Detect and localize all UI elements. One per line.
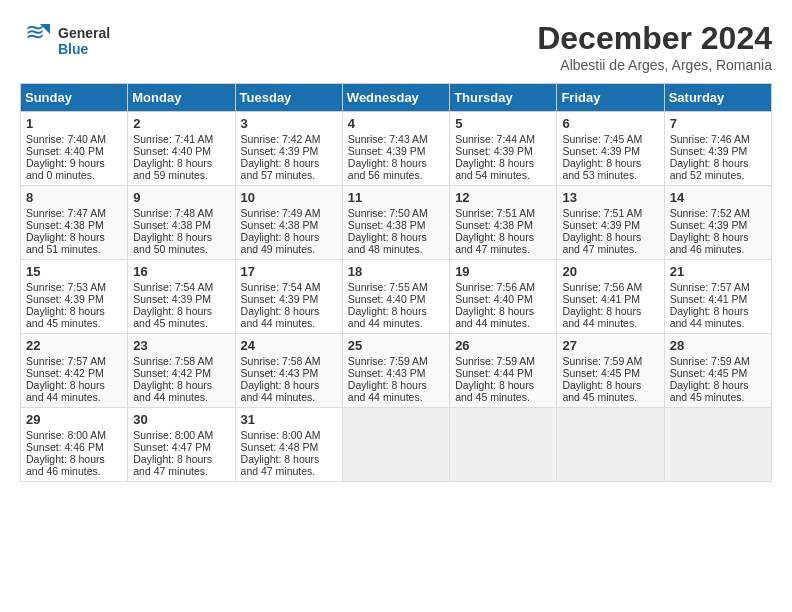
daylight-text: Daylight: 9 hours and 0 minutes.	[26, 157, 122, 181]
calendar-cell: 24Sunrise: 7:58 AMSunset: 4:43 PMDayligh…	[235, 334, 342, 408]
sunset-text: Sunset: 4:39 PM	[562, 219, 658, 231]
calendar-cell: 20Sunrise: 7:56 AMSunset: 4:41 PMDayligh…	[557, 260, 664, 334]
day-of-week-header: Saturday	[664, 84, 771, 112]
calendar-cell: 5Sunrise: 7:44 AMSunset: 4:39 PMDaylight…	[450, 112, 557, 186]
sunrise-text: Sunrise: 8:00 AM	[133, 429, 229, 441]
day-of-week-header: Friday	[557, 84, 664, 112]
daylight-text: Daylight: 8 hours and 44 minutes.	[455, 305, 551, 329]
day-number: 22	[26, 338, 122, 353]
daylight-text: Daylight: 8 hours and 50 minutes.	[133, 231, 229, 255]
daylight-text: Daylight: 8 hours and 44 minutes.	[241, 379, 337, 403]
calendar-cell: 21Sunrise: 7:57 AMSunset: 4:41 PMDayligh…	[664, 260, 771, 334]
daylight-text: Daylight: 8 hours and 47 minutes.	[455, 231, 551, 255]
day-number: 3	[241, 116, 337, 131]
daylight-text: Daylight: 8 hours and 57 minutes.	[241, 157, 337, 181]
daylight-text: Daylight: 8 hours and 44 minutes.	[133, 379, 229, 403]
day-number: 11	[348, 190, 444, 205]
day-number: 10	[241, 190, 337, 205]
page-header: General Blue ≋ December 2024 Albestii de…	[20, 20, 772, 73]
calendar-cell: 17Sunrise: 7:54 AMSunset: 4:39 PMDayligh…	[235, 260, 342, 334]
sunrise-text: Sunrise: 7:58 AM	[241, 355, 337, 367]
logo: General Blue ≋	[20, 20, 140, 60]
day-of-week-header: Thursday	[450, 84, 557, 112]
calendar-cell: 13Sunrise: 7:51 AMSunset: 4:39 PMDayligh…	[557, 186, 664, 260]
calendar-cell: 23Sunrise: 7:58 AMSunset: 4:42 PMDayligh…	[128, 334, 235, 408]
sunset-text: Sunset: 4:45 PM	[562, 367, 658, 379]
day-number: 16	[133, 264, 229, 279]
daylight-text: Daylight: 8 hours and 44 minutes.	[26, 379, 122, 403]
calendar-cell: 22Sunrise: 7:57 AMSunset: 4:42 PMDayligh…	[21, 334, 128, 408]
month-title: December 2024	[537, 20, 772, 57]
calendar-cell: 19Sunrise: 7:56 AMSunset: 4:40 PMDayligh…	[450, 260, 557, 334]
daylight-text: Daylight: 8 hours and 47 minutes.	[133, 453, 229, 477]
calendar-cell: 11Sunrise: 7:50 AMSunset: 4:38 PMDayligh…	[342, 186, 449, 260]
day-number: 1	[26, 116, 122, 131]
day-number: 8	[26, 190, 122, 205]
calendar-cell: 16Sunrise: 7:54 AMSunset: 4:39 PMDayligh…	[128, 260, 235, 334]
calendar-cell	[450, 408, 557, 482]
calendar-cell: 3Sunrise: 7:42 AMSunset: 4:39 PMDaylight…	[235, 112, 342, 186]
sunset-text: Sunset: 4:43 PM	[241, 367, 337, 379]
sunset-text: Sunset: 4:39 PM	[26, 293, 122, 305]
sunset-text: Sunset: 4:48 PM	[241, 441, 337, 453]
sunrise-text: Sunrise: 7:56 AM	[562, 281, 658, 293]
day-of-week-header: Monday	[128, 84, 235, 112]
calendar-week-row: 15Sunrise: 7:53 AMSunset: 4:39 PMDayligh…	[21, 260, 772, 334]
day-number: 24	[241, 338, 337, 353]
sunset-text: Sunset: 4:45 PM	[670, 367, 766, 379]
day-number: 5	[455, 116, 551, 131]
sunrise-text: Sunrise: 7:45 AM	[562, 133, 658, 145]
sunrise-text: Sunrise: 7:51 AM	[455, 207, 551, 219]
daylight-text: Daylight: 8 hours and 46 minutes.	[670, 231, 766, 255]
svg-text:Blue: Blue	[58, 41, 89, 57]
sunrise-text: Sunrise: 7:58 AM	[133, 355, 229, 367]
sunset-text: Sunset: 4:39 PM	[348, 145, 444, 157]
day-number: 25	[348, 338, 444, 353]
sunset-text: Sunset: 4:47 PM	[133, 441, 229, 453]
calendar-table: SundayMondayTuesdayWednesdayThursdayFrid…	[20, 83, 772, 482]
sunset-text: Sunset: 4:40 PM	[348, 293, 444, 305]
daylight-text: Daylight: 8 hours and 45 minutes.	[562, 379, 658, 403]
day-of-week-header: Tuesday	[235, 84, 342, 112]
daylight-text: Daylight: 8 hours and 47 minutes.	[562, 231, 658, 255]
sunrise-text: Sunrise: 8:00 AM	[241, 429, 337, 441]
day-number: 9	[133, 190, 229, 205]
sunset-text: Sunset: 4:46 PM	[26, 441, 122, 453]
sunset-text: Sunset: 4:38 PM	[455, 219, 551, 231]
calendar-cell: 7Sunrise: 7:46 AMSunset: 4:39 PMDaylight…	[664, 112, 771, 186]
calendar-week-row: 29Sunrise: 8:00 AMSunset: 4:46 PMDayligh…	[21, 408, 772, 482]
sunrise-text: Sunrise: 7:43 AM	[348, 133, 444, 145]
calendar-cell: 29Sunrise: 8:00 AMSunset: 4:46 PMDayligh…	[21, 408, 128, 482]
daylight-text: Daylight: 8 hours and 45 minutes.	[26, 305, 122, 329]
sunrise-text: Sunrise: 7:53 AM	[26, 281, 122, 293]
sunset-text: Sunset: 4:40 PM	[26, 145, 122, 157]
sunrise-text: Sunrise: 7:41 AM	[133, 133, 229, 145]
sunset-text: Sunset: 4:39 PM	[133, 293, 229, 305]
day-number: 17	[241, 264, 337, 279]
daylight-text: Daylight: 8 hours and 48 minutes.	[348, 231, 444, 255]
calendar-week-row: 1Sunrise: 7:40 AMSunset: 4:40 PMDaylight…	[21, 112, 772, 186]
calendar-cell: 1Sunrise: 7:40 AMSunset: 4:40 PMDaylight…	[21, 112, 128, 186]
sunrise-text: Sunrise: 7:50 AM	[348, 207, 444, 219]
daylight-text: Daylight: 8 hours and 54 minutes.	[455, 157, 551, 181]
calendar-cell: 2Sunrise: 7:41 AMSunset: 4:40 PMDaylight…	[128, 112, 235, 186]
sunrise-text: Sunrise: 7:44 AM	[455, 133, 551, 145]
day-number: 29	[26, 412, 122, 427]
sunset-text: Sunset: 4:40 PM	[455, 293, 551, 305]
daylight-text: Daylight: 8 hours and 45 minutes.	[670, 379, 766, 403]
day-of-week-header: Sunday	[21, 84, 128, 112]
calendar-cell: 4Sunrise: 7:43 AMSunset: 4:39 PMDaylight…	[342, 112, 449, 186]
sunrise-text: Sunrise: 7:47 AM	[26, 207, 122, 219]
calendar-cell	[342, 408, 449, 482]
calendar-header-row: SundayMondayTuesdayWednesdayThursdayFrid…	[21, 84, 772, 112]
daylight-text: Daylight: 8 hours and 53 minutes.	[562, 157, 658, 181]
calendar-cell	[664, 408, 771, 482]
sunrise-text: Sunrise: 7:55 AM	[348, 281, 444, 293]
calendar-cell: 31Sunrise: 8:00 AMSunset: 4:48 PMDayligh…	[235, 408, 342, 482]
day-number: 15	[26, 264, 122, 279]
calendar-cell: 28Sunrise: 7:59 AMSunset: 4:45 PMDayligh…	[664, 334, 771, 408]
calendar-cell: 12Sunrise: 7:51 AMSunset: 4:38 PMDayligh…	[450, 186, 557, 260]
calendar-cell: 8Sunrise: 7:47 AMSunset: 4:38 PMDaylight…	[21, 186, 128, 260]
calendar-cell: 6Sunrise: 7:45 AMSunset: 4:39 PMDaylight…	[557, 112, 664, 186]
sunrise-text: Sunrise: 7:57 AM	[670, 281, 766, 293]
